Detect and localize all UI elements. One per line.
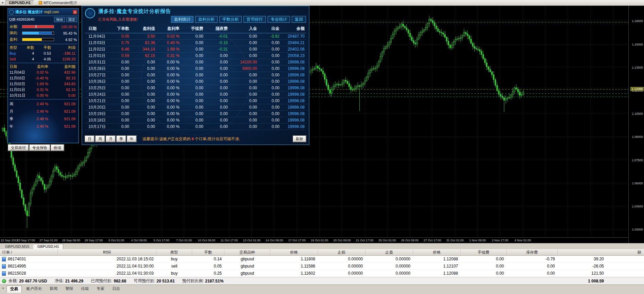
cell: 0.00 %: [156, 111, 181, 117]
cell: 2.49 %: [31, 108, 50, 115]
refresh-button[interactable]: 刷新: [293, 136, 306, 142]
cell: 10月28日: [85, 66, 109, 72]
order-row[interactable]: 862150282022.11.04 01:30:03buy0.25gbpusd…: [0, 270, 644, 277]
pin-button[interactable]: 固定: [66, 17, 77, 22]
cell: 0.00 %: [156, 85, 181, 91]
cell: 周: [10, 100, 31, 108]
terminal-tab-警报[interactable]: 警报: [62, 286, 77, 293]
date-tick-label: 19 Oct 01:00: [311, 239, 328, 242]
panel-button-交易路径[interactable]: 交易路径: [8, 145, 29, 151]
notice-suffix: 个订单,统计信息可能不准.: [194, 137, 240, 141]
drag-button[interactable]: 拖动: [54, 17, 65, 22]
chart-window-tab[interactable]: GBPUSD,H1: [5, 0, 34, 5]
cell: 10月18日: [85, 117, 109, 124]
period-button-周[interactable]: 周: [96, 136, 105, 142]
cell: 0.00: [181, 124, 205, 130]
price-axis[interactable]: 1.165001.150001.135001.120001.105001.090…: [628, 6, 644, 243]
balance-label: 余额:: [9, 278, 18, 284]
chart-tab-GBPUSD,H1[interactable]: GBPUSD,H1: [33, 244, 63, 249]
terminal-tab-日志[interactable]: 日志: [109, 286, 123, 293]
cell: 0.75: [109, 40, 131, 46]
panel-button-专业报告[interactable]: 专业报告: [30, 145, 50, 151]
chevron-down-icon[interactable]: ▼: [1, 286, 5, 290]
order-document-icon: [2, 264, 6, 269]
cell: 0.00: [205, 78, 229, 85]
table-row: 11月01日0.5962.150.31 %0.000.000.000.00200…: [85, 53, 306, 59]
cell: 0.00: [205, 104, 229, 111]
price-tick-label: 1.13500: [632, 66, 643, 69]
cell: 0.00 %: [156, 78, 181, 85]
table-row: 10月21日0.000.000.00 %0.000.000.000.001999…: [85, 98, 306, 104]
terminal-tab-账户历史[interactable]: 账户历史: [23, 286, 45, 293]
cell: 1.11808: [270, 256, 318, 262]
chart-tab-GBPUSD,M15[interactable]: GBPUSD,M15: [1, 244, 33, 249]
window-menu-icon[interactable]: ▼: [0, 1, 5, 4]
cell: 0.00: [205, 111, 229, 117]
cell: 0.00000: [318, 256, 366, 262]
table-row: 10月18日0.000.000.00 %0.000.000.000.001999…: [85, 117, 306, 124]
report-tab-5[interactable]: 返回: [292, 16, 306, 23]
report-tab-0[interactable]: 盈利统计: [171, 16, 193, 23]
gauge-bar: [22, 25, 54, 28]
cell: 0.00: [205, 59, 229, 66]
cell: 10月24日: [85, 91, 109, 98]
date-tick-label: 7 Oct 01:00: [176, 239, 192, 242]
gauge-fill: [22, 32, 52, 34]
stats-panel-titlebar[interactable]: 潘多拉·魔盒统计 mql2.com X: [8, 8, 79, 16]
report-period-buttons: 日周月季年: [85, 136, 136, 142]
close-icon[interactable]: X: [73, 10, 77, 14]
cell: 0.00 %: [156, 72, 181, 78]
cell: 0.00: [181, 46, 205, 53]
period-button-年[interactable]: 年: [127, 136, 136, 142]
cell: 0.00: [229, 111, 258, 117]
cell: 1.69 %: [156, 46, 181, 53]
period-button-月[interactable]: 月: [106, 136, 115, 142]
report-tab-2[interactable]: 手数分析: [219, 16, 242, 23]
price-tick-label: 1.15000: [632, 43, 643, 46]
period-button-日[interactable]: 日: [85, 136, 94, 142]
order-cell: 86215028: [0, 270, 58, 277]
window-tab-bar: ▼ GBPUSD,H1 MTCommander统计: [0, 0, 644, 6]
terminal-tab-专家[interactable]: 专家: [93, 286, 108, 293]
order-row[interactable]: 862149952022.11.04 01:30:00sell0.05gbpus…: [0, 263, 644, 270]
report-tab-1[interactable]: 盈利分析: [195, 16, 218, 23]
order-row[interactable]: 861740312022.11.03 16:15:02buy0.14gbpusd…: [0, 256, 644, 263]
cell: 82.36: [131, 40, 156, 46]
cell: 344.14: [131, 46, 156, 53]
cell: 0.00: [109, 124, 131, 130]
cell: 0.00: [258, 117, 281, 124]
period-table: 周2.49 %921.09月2.49 %921.09季2.48 %921.09年…: [8, 100, 79, 130]
terminal-tab-交易[interactable]: 交易: [6, 286, 22, 293]
terminal-tab-信箱[interactable]: 信箱: [78, 286, 92, 293]
report-tab-3[interactable]: 货币排行: [243, 16, 266, 23]
cell: 0.00: [258, 85, 281, 91]
cell: 0.00: [181, 66, 205, 72]
cell: 0.00: [258, 98, 281, 104]
column-header: 手续费: [181, 26, 205, 32]
column-header: 价格: [413, 249, 461, 255]
report-title: 潘多拉·魔盒专业统计分析报告: [98, 8, 306, 15]
cell: 0.00 %: [156, 104, 181, 111]
cell: 0.00: [109, 91, 131, 98]
column-header: 余额: [281, 26, 306, 32]
order-number: 86174031: [8, 256, 26, 262]
cell: 39.20: [558, 256, 644, 262]
report-globe-logo-icon: [85, 8, 95, 18]
order-document-icon: [2, 257, 6, 261]
cell: 921.09: [50, 108, 77, 115]
cell: Sell: [10, 56, 24, 62]
column-header: 类型: [156, 249, 192, 255]
notice-prefix: 温馨提示:该账户正在交易的: [142, 137, 191, 141]
cell: 19996.08: [281, 91, 306, 98]
date-axis[interactable]: 22 Sep 202223 Sep 17:0027 Sep 01:0028 Se…: [0, 237, 628, 243]
stats-panel-title: 潘多拉·魔盒统计: [15, 10, 43, 15]
indicator-window-tab[interactable]: MTCommander统计: [36, 0, 80, 5]
gauge-label: 余额:: [10, 24, 20, 29]
cell: 0.00: [258, 53, 281, 59]
report-tab-4[interactable]: 专业统计: [268, 16, 290, 23]
terminal-tab-新闻[interactable]: 新闻: [46, 286, 61, 293]
period-button-季[interactable]: 季: [117, 136, 126, 142]
panel-button-收缩[interactable]: 收缩: [51, 145, 64, 151]
cell: 0.00: [181, 78, 205, 85]
gauge-marker: [36, 25, 36, 28]
